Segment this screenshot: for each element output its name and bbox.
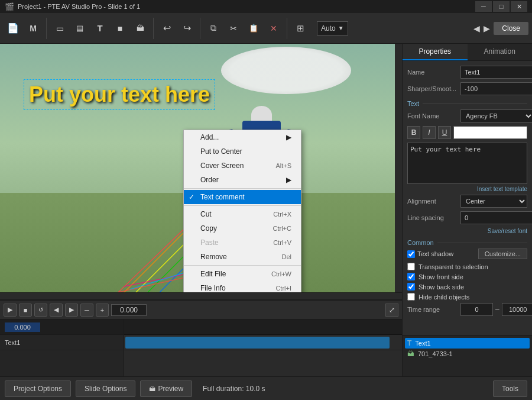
panel-prev-btn[interactable]: ◀	[473, 24, 480, 33]
canvas-vertical-scrollbar[interactable]	[395, 44, 402, 292]
maximize-button[interactable]: □	[493, 1, 510, 12]
time-header-row	[124, 320, 402, 335]
ctx-remove[interactable]: Remove Del	[184, 250, 301, 264]
ctx-cut[interactable]: Cut Ctrl+X	[184, 207, 301, 221]
insert-template-link[interactable]: Insert text template	[407, 186, 527, 192]
font-color-swatch[interactable]	[453, 126, 527, 139]
close-panel-btn[interactable]: Close	[494, 22, 528, 35]
toolbar-caption-btn[interactable]: ▤	[70, 18, 89, 39]
line-spacing-label: Line spacing	[407, 214, 460, 221]
duration-text: Full duration: 10.0 s	[203, 385, 265, 393]
canvas-horizontal-scrollbar[interactable]	[0, 292, 402, 299]
toolbar-copy-obj-btn[interactable]: ⧉	[204, 18, 223, 39]
ctx-cut-shortcut: Ctrl+X	[255, 211, 291, 218]
timeline-next-btn[interactable]: ▶	[65, 304, 78, 317]
preview-btn[interactable]: 🏔 Preview	[140, 380, 192, 397]
ctx-put-to-center-label: Put to Center	[200, 147, 242, 156]
slide-options-btn[interactable]: Slide Options	[76, 380, 135, 397]
timeline-play-btn[interactable]: ▶	[4, 304, 17, 317]
text-content-area[interactable]: Put your text here	[407, 143, 527, 184]
toolbar-delete-btn[interactable]: ✕	[264, 18, 283, 39]
timeline-tracks: 0.000 Text1	[0, 320, 402, 376]
timeline-prev-btn[interactable]: ◀	[50, 304, 63, 317]
toolbar-redo-btn[interactable]: ↪	[177, 18, 196, 39]
ctx-text-comment[interactable]: ✓ Text comment	[184, 190, 301, 204]
tools-btn[interactable]: Tools	[493, 380, 527, 397]
ctx-edit-file-shortcut: Ctrl+W	[254, 270, 291, 278]
track-labels: 0.000 Text1	[0, 320, 124, 376]
titlebar-controls[interactable]: ─ □ ✕	[475, 1, 527, 12]
toolbar-text-btn[interactable]: M	[24, 18, 43, 39]
layer-item-image1[interactable]: 🏔 701_4733-1	[405, 349, 530, 359]
time-end-input[interactable]	[502, 303, 532, 316]
tab-animation[interactable]: Animation	[468, 44, 533, 60]
titlebar-left: 🎬 Project1 - PTE AV Studio Pro - Slide 1…	[5, 2, 140, 11]
bold-btn[interactable]: B	[407, 126, 420, 139]
toolbar-undo-btn[interactable]: ↩	[157, 18, 176, 39]
ctx-file-info[interactable]: File Info Ctrl+I	[184, 281, 301, 292]
toolbar-rectangle-btn[interactable]: ▭	[50, 18, 69, 39]
auto-arrow-icon: ▼	[338, 25, 344, 31]
panel-next-btn[interactable]: ▶	[484, 24, 490, 33]
ctx-add[interactable]: Add... ▶	[184, 130, 301, 144]
ctx-paste-shortcut: Ctrl+V	[255, 239, 291, 246]
layer-panel: T Text1 🏔 701_4733-1	[403, 335, 532, 376]
transparent-checkbox[interactable]	[407, 263, 415, 270]
parachute-canopy	[221, 47, 351, 94]
show-back-checkbox[interactable]	[407, 283, 415, 291]
canvas-text-object[interactable]: Put your text here	[24, 79, 215, 110]
window-close-button[interactable]: ✕	[511, 1, 527, 12]
tab-properties[interactable]: Properties	[403, 44, 468, 60]
ctx-cover-screen[interactable]: Cover Screen Alt+S	[184, 159, 301, 173]
ctx-paste[interactable]: Paste Ctrl+V	[184, 236, 301, 250]
toolbar-separator-1	[46, 18, 47, 39]
project-options-btn[interactable]: Project Options	[5, 380, 71, 397]
track-bar-text1[interactable]	[125, 337, 390, 349]
toolbar-shape-btn[interactable]: ■	[111, 18, 129, 39]
name-row: Name	[407, 66, 527, 79]
timeline-zoom-out-btn[interactable]: ─	[80, 304, 93, 317]
show-front-checkbox[interactable]	[407, 273, 415, 280]
toolbar-cut-btn[interactable]: ✂	[224, 18, 243, 39]
minimize-button[interactable]: ─	[475, 1, 492, 12]
underline-btn[interactable]: U	[438, 126, 451, 139]
text-shadow-checkbox[interactable]	[407, 250, 415, 258]
auto-combo[interactable]: Auto ▼	[317, 21, 348, 36]
alignment-select[interactable]: Center Left Right	[460, 195, 527, 208]
ctx-cover-screen-shortcut: Alt+S	[258, 162, 291, 169]
line-spacing-input[interactable]	[460, 211, 532, 224]
timeline-loop-btn[interactable]: ↺	[34, 304, 47, 317]
alignment-row: Alignment Center Left Right	[407, 195, 527, 208]
ctx-remove-label: Remove	[200, 253, 227, 261]
toolbar: 📄 M ▭ ▤ T ■ 🏔 ↩ ↪ ⧉ ✂ 📋 ✕ ⊞ Auto ▼ ◀ ▶ C…	[0, 13, 532, 44]
toolbar-paste-btn[interactable]: 📋	[244, 18, 263, 39]
hide-child-row: Hide child objects	[407, 293, 527, 301]
sharper-input[interactable]	[460, 82, 532, 95]
timeline-zoom-in-btn[interactable]: +	[96, 304, 109, 317]
timeline-stop-btn[interactable]: ■	[19, 304, 32, 317]
name-input[interactable]	[460, 66, 532, 79]
toolbar-separator-2	[153, 18, 154, 39]
hide-child-checkbox[interactable]	[407, 293, 415, 301]
main-left: Put your text here Add... ▶ Put to Cente…	[0, 44, 402, 376]
ctx-edit-file[interactable]: Edit File Ctrl+W	[184, 267, 301, 281]
save-reset-link[interactable]: Save/reset font	[407, 228, 527, 234]
layer-item-text1[interactable]: T Text1	[405, 338, 530, 349]
main-area: Put your text here Add... ▶ Put to Cente…	[0, 44, 532, 376]
customize-btn[interactable]: Customize...	[478, 249, 527, 259]
track-row-text1[interactable]	[124, 335, 402, 350]
ctx-put-to-center[interactable]: Put to Center	[184, 144, 301, 159]
timeline-expand-btn[interactable]: ⤢	[385, 304, 398, 317]
ctx-order[interactable]: Order ▶	[184, 173, 301, 187]
ctx-copy[interactable]: Copy Ctrl+C	[184, 221, 301, 236]
toolbar-new-btn[interactable]: 📄	[4, 18, 22, 39]
toolbar-grid-btn[interactable]: ⊞	[291, 18, 310, 39]
toolbar-image-btn[interactable]: 🏔	[131, 18, 150, 39]
ctx-check-icon: ✓	[189, 193, 194, 201]
toolbar-text-tool-btn[interactable]: T	[90, 18, 109, 39]
text-shadow-row: Text shadow Customize...	[407, 249, 527, 259]
font-name-select[interactable]: Agency FB Arial Times New Roman	[460, 109, 532, 122]
ctx-text-comment-label: Text comment	[200, 193, 245, 201]
italic-btn[interactable]: I	[423, 126, 436, 139]
time-start-input[interactable]	[460, 303, 493, 316]
